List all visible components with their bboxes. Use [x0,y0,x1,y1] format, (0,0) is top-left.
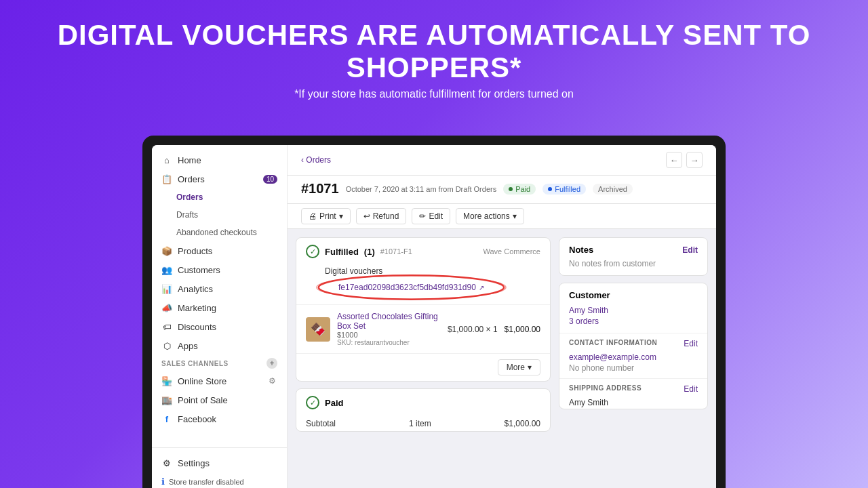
voucher-section: Digital vouchers fe17ead02098d3623cf5db4… [296,264,550,304]
sidebar-online-store-label: Online Store [178,376,226,386]
order-meta: October 7, 2020 at 3:11 am from Draft Or… [346,185,497,193]
contact-edit-link[interactable]: Edit [684,339,698,348]
refund-icon: ↩ [363,211,370,221]
nav-arrows: ← → [666,152,703,168]
badge-paid: Paid [503,184,536,195]
sidebar-settings-label: Settings [178,458,210,468]
main-content: Orders ← → #1071 October 7, 2020 at 3:11… [288,145,716,488]
contact-info-label: CONTACT INFORMATION [569,339,657,348]
add-channel-button[interactable]: + [267,358,277,369]
left-col: ✓ Fulfilled (1) #1071-F1 Wave Commerce D… [296,237,551,432]
shipping-name: Amy Smith [559,396,707,409]
shipping-header: SHIPPING ADDRESS Edit [559,378,707,396]
refund-label: Refund [373,211,399,221]
product-total: $1,000.00 [505,325,540,334]
external-link-icon: ↗ [479,284,484,291]
product-qty: $1,000.00 × 1 [448,325,498,334]
sidebar-item-drafts[interactable]: Drafts [152,206,287,224]
more-chevron: ▾ [528,363,532,372]
sidebar-bottom: ⚙ Settings ℹ Store transfer disabled [152,447,287,488]
banner-subtitle: *If your store has automatic fulfillment… [27,88,841,100]
paid-label: Paid [515,185,530,193]
edit-icon: ✏ [419,211,426,221]
voucher-link[interactable]: fe17ead02098d3623cf5db49fd931d90 ↗ [338,283,484,292]
more-actions-button[interactable]: More actions ▾ [456,208,524,224]
sidebar-item-settings[interactable]: ⚙ Settings [152,453,287,472]
fulfilled-check-icon: ✓ [306,245,319,258]
sidebar-facebook-label: Facebook [178,414,216,424]
sidebar-item-orders-sub[interactable]: Orders [152,188,287,206]
fulfilled-dot [548,187,552,191]
edit-label: Edit [429,211,443,221]
notes-title: Notes Edit [559,238,707,259]
sidebar-item-home[interactable]: ⌂ Home [152,150,287,169]
subtotal-qty: 1 item [409,419,431,428]
customer-name[interactable]: Amy Smith [559,303,707,317]
voucher-highlight-wrapper: fe17ead02098d3623cf5db49fd931d90 ↗ [325,277,498,298]
orders-icon: 📋 [161,174,172,184]
online-store-gear-icon[interactable]: ⚙ [267,375,277,386]
online-store-icon: 🏪 [161,375,172,386]
order-actions: 🖨 Print ▾ ↩ Refund ✏ Edit More actions ▾ [288,204,716,229]
sidebar-item-abandoned[interactable]: Abandoned checkouts [152,224,287,241]
fulfilled-label: Fulfilled [555,185,580,193]
more-actions-chevron: ▾ [513,211,517,221]
sidebar-apps-label: Apps [178,341,198,351]
fulfilled-card-footer: More ▾ [296,353,550,381]
sidebar-item-apps[interactable]: ⬡ Apps [152,336,287,355]
badge-archived: Archived [593,184,633,195]
store-transfer-label: Store transfer disabled [169,478,244,486]
product-sku: SKU: restaurantvoucher [337,339,441,346]
content-area: ✓ Fulfilled (1) #1071-F1 Wave Commerce D… [288,229,716,440]
next-arrow[interactable]: → [686,152,703,168]
channels-label: SALES CHANNELS [161,360,229,367]
customer-email[interactable]: example@example.com [559,351,707,363]
sidebar-item-pos[interactable]: 🏬 Point of Sale [152,390,287,409]
customer-orders[interactable]: 3 orders [559,317,707,333]
edit-button[interactable]: ✏ Edit [412,208,450,224]
notes-empty-text: No notes from customer [559,259,707,275]
more-actions-label: More actions [463,211,510,221]
sidebar-item-products[interactable]: 📦 Products [152,241,287,260]
paid-title: Paid [325,398,343,408]
voucher-label: Digital vouchers [325,266,540,276]
order-header: #1071 October 7, 2020 at 3:11 am from Dr… [288,176,716,204]
notes-edit-link[interactable]: Edit [682,245,698,255]
refund-button[interactable]: ↩ Refund [356,208,407,224]
fulfilled-label: Fulfilled [325,247,359,257]
device-frame: ⌂ Home 📋 Orders 10 Orders Drafts Abandon… [142,136,726,488]
orders-topbar: Orders ← → [288,145,716,176]
print-button[interactable]: 🖨 Print ▾ [301,208,351,224]
sidebar: ⌂ Home 📋 Orders 10 Orders Drafts Abandon… [152,145,288,488]
orders-badge: 10 [263,175,277,184]
marketing-icon: 📣 [161,302,172,313]
customers-icon: 👥 [161,264,172,275]
sidebar-item-discounts[interactable]: 🏷 Discounts [152,317,287,336]
more-button[interactable]: More ▾ [498,359,540,375]
sidebar-item-online-store[interactable]: 🏪 Online Store ⚙ [152,371,287,390]
sidebar-item-marketing[interactable]: 📣 Marketing [152,298,287,317]
product-thumbnail: 🍫 [306,317,330,342]
paid-dot [509,187,513,191]
sidebar-item-customers[interactable]: 👥 Customers [152,260,287,279]
subtotal-row: Subtotal 1 item $1,000.00 [296,416,550,431]
shipping-edit-link[interactable]: Edit [684,384,698,394]
sidebar-item-facebook[interactable]: f Facebook [152,409,287,428]
prev-arrow[interactable]: ← [666,152,682,168]
paid-check-icon: ✓ [306,396,319,409]
info-icon: ℹ [161,476,165,487]
breadcrumb[interactable]: Orders [301,155,331,165]
sidebar-drafts-label: Drafts [176,210,198,220]
analytics-icon: 📊 [161,283,172,294]
fulfilled-title: ✓ Fulfilled (1) #1071-F1 [306,245,412,258]
sidebar-marketing-label: Marketing [178,303,216,313]
sidebar-item-orders[interactable]: 📋 Orders 10 [152,169,287,188]
voucher-code: fe17ead02098d3623cf5db49fd931d90 [338,283,476,292]
sidebar-item-analytics[interactable]: 📊 Analytics [152,279,287,298]
shipping-label: SHIPPING ADDRESS [569,384,642,394]
fulfilled-id: #1071-F1 [380,247,412,256]
product-name[interactable]: Assorted Chocolates Gifting Box Set [337,312,441,331]
customer-title: Customer [559,283,707,303]
more-label: More [507,363,525,372]
channels-section-header: SALES CHANNELS + [152,355,287,371]
